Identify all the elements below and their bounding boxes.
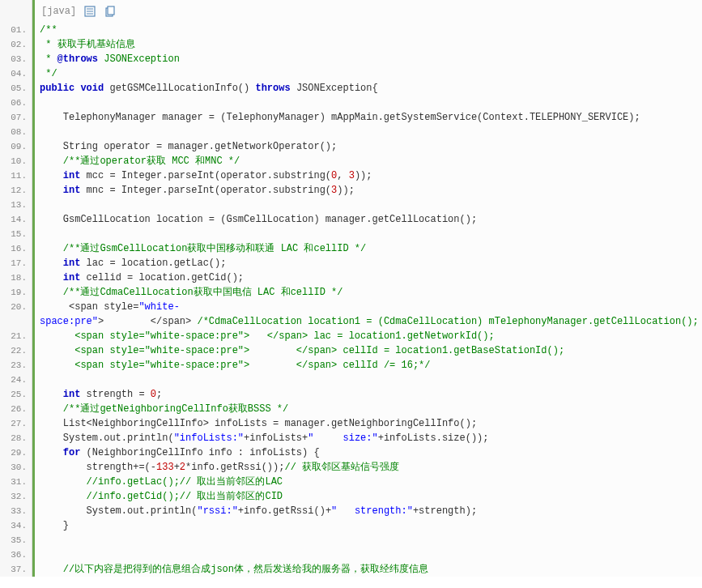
- code-line: /**通过GsmCellLocation获取中国移动和联通 LAC 和cellI…: [35, 241, 702, 256]
- code-line: int mnc = Integer.parseInt(operator.subs…: [35, 183, 702, 198]
- code-line: <span style="white-space:pre"> </span> l…: [35, 329, 702, 343]
- code-line: [35, 96, 702, 110]
- line-number: 32.: [0, 489, 32, 504]
- line-number: 19.: [0, 285, 32, 300]
- code-line: <span style="white-space:pre"> </span> c…: [35, 358, 702, 373]
- code-line: [35, 373, 702, 387]
- line-number: 28.: [0, 431, 32, 445]
- code-line: int mcc = Integer.parseInt(operator.subs…: [35, 168, 702, 183]
- line-number: 37.: [0, 562, 32, 577]
- line-number: 21.: [0, 329, 32, 343]
- line-number: 18.: [0, 271, 32, 285]
- line-number-continuation: [0, 314, 32, 329]
- code-viewer: 01.02.03.04.05.06.07.08.09.10.11.12.13.1…: [0, 0, 702, 577]
- line-number: 02.: [0, 37, 32, 52]
- copy-icon[interactable]: [104, 6, 115, 17]
- code-line: <span style="white-: [35, 300, 702, 314]
- code-line: /**通过operator获取 MCC 和MNC */: [35, 154, 702, 168]
- line-number: 30.: [0, 460, 32, 475]
- code-line: strength+=(-133+2*info.getRssi());// 获取邻…: [35, 460, 702, 475]
- line-number: 31.: [0, 475, 32, 489]
- code-line: /**通过getNeighboringCellInfo获取BSSS */: [35, 402, 702, 416]
- code-line: GsmCellLocation location = (GsmCellLocat…: [35, 212, 702, 227]
- code-header: [java]: [32, 0, 702, 23]
- code-line: TelephonyManager manager = (TelephonyMan…: [35, 110, 702, 125]
- code-line: [35, 198, 702, 212]
- code-line: int strength = 0;: [35, 387, 702, 402]
- line-number: 12.: [0, 183, 32, 198]
- line-number: 04.: [0, 66, 32, 81]
- line-number: 03.: [0, 52, 32, 66]
- line-number: 08.: [0, 125, 32, 139]
- line-number: 34.: [0, 518, 32, 533]
- line-number-gutter: 01.02.03.04.05.06.07.08.09.10.11.12.13.1…: [0, 0, 32, 577]
- line-number: 20.: [0, 300, 32, 314]
- line-number: 16.: [0, 241, 32, 256]
- line-number: 25.: [0, 387, 32, 402]
- code-line: public void getGSMCellLocationInfo() thr…: [35, 81, 702, 96]
- code-line: for (NeighboringCellInfo info : infoList…: [35, 445, 702, 460]
- code-line: String operator = manager.getNetworkOper…: [35, 139, 702, 154]
- line-number: 26.: [0, 402, 32, 416]
- line-number: 23.: [0, 358, 32, 373]
- line-number: 09.: [0, 139, 32, 154]
- code-line: List<NeighboringCellInfo> infoLists = ma…: [35, 416, 702, 431]
- language-label: [java]: [41, 2, 76, 20]
- code-line: [35, 533, 702, 548]
- code-line: System.out.println("infoLists:"+infoList…: [35, 431, 702, 445]
- code-line: /**通过CdmaCellLocation获取中国电信 LAC 和cellID …: [35, 285, 702, 300]
- code-line: */: [35, 66, 702, 81]
- view-plain-icon[interactable]: [84, 6, 96, 17]
- line-number: 22.: [0, 343, 32, 358]
- code-line: /**: [35, 23, 702, 37]
- code-line: <span style="white-space:pre"> </span> c…: [35, 343, 702, 358]
- code-line: [35, 227, 702, 241]
- line-number: 35.: [0, 533, 32, 548]
- line-number: 29.: [0, 445, 32, 460]
- code-line: }: [35, 518, 702, 533]
- code-line: * @throws JSONException: [35, 52, 702, 66]
- line-number: 07.: [0, 110, 32, 125]
- line-number: 11.: [0, 168, 32, 183]
- line-number: 27.: [0, 416, 32, 431]
- line-number: 05.: [0, 81, 32, 96]
- line-number: 14.: [0, 212, 32, 227]
- code-area: [java] /** * 获取手机基站信息 * @throws JSONExce…: [32, 0, 702, 577]
- line-number: 10.: [0, 154, 32, 168]
- code-line: [35, 125, 702, 139]
- line-number: 36.: [0, 548, 32, 562]
- line-number: 01.: [0, 23, 32, 37]
- code-line: //info.getLac();// 取出当前邻区的LAC: [35, 475, 702, 489]
- code-line: * 获取手机基站信息: [35, 37, 702, 52]
- line-number: 33.: [0, 504, 32, 518]
- line-number: 17.: [0, 256, 32, 271]
- code-body: /** * 获取手机基站信息 * @throws JSONException *…: [32, 23, 702, 577]
- code-line: [35, 548, 702, 562]
- code-line: System.out.println("rssi:"+info.getRssi(…: [35, 504, 702, 518]
- code-line: int cellid = location.getCid();: [35, 271, 702, 285]
- line-number: 24.: [0, 373, 32, 387]
- line-number: 06.: [0, 96, 32, 110]
- line-number: 15.: [0, 227, 32, 241]
- code-line: //info.getCid();// 取出当前邻区的CID: [35, 489, 702, 504]
- svg-rect-5: [108, 6, 114, 15]
- code-line: space:pre"> </span> /*CdmaCellLocation l…: [35, 314, 702, 329]
- code-line: int lac = location.getLac();: [35, 256, 702, 271]
- code-line: //以下内容是把得到的信息组合成json体，然后发送给我的服务器，获取经纬度信息: [35, 562, 702, 577]
- line-number: 13.: [0, 198, 32, 212]
